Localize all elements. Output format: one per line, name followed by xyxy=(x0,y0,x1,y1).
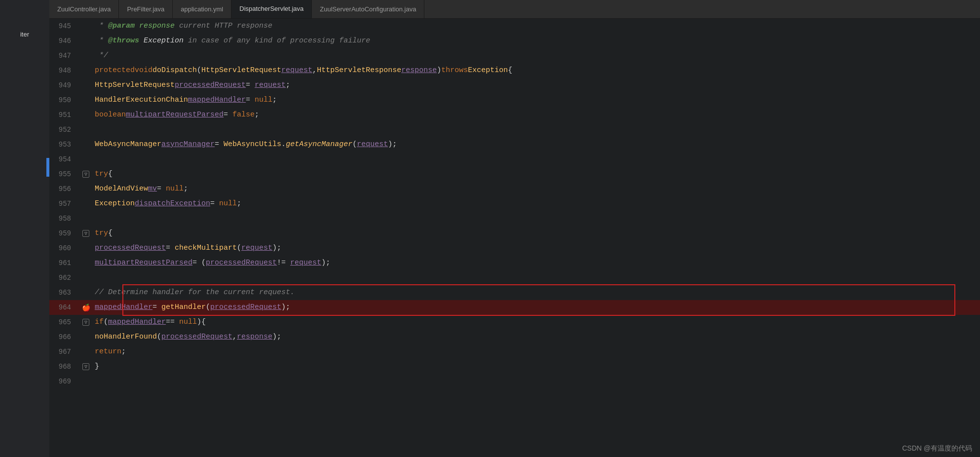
code-line-945: 945 * @param response current HTTP respo… xyxy=(49,19,980,34)
code-line-954: 954 xyxy=(49,152,980,167)
code-line-948: 948 protected void doDispatch(HttpServle… xyxy=(49,63,980,78)
line-number-955: 955 xyxy=(49,167,79,182)
sidebar: iter xyxy=(0,0,49,457)
line-number-969: 969 xyxy=(49,374,79,389)
line-number-946: 946 xyxy=(49,34,79,48)
fold-icon[interactable]: ▽ xyxy=(82,363,89,370)
code-line-947: 947 */ xyxy=(49,48,980,63)
line-number-948: 948 xyxy=(49,63,79,78)
line-number-950: 950 xyxy=(49,93,79,108)
line-content-946: * @throws Exception in case of any kind … xyxy=(93,34,980,48)
line-number-959: 959 xyxy=(49,226,79,241)
line-content-966: noHandlerFound(processedRequest, respons… xyxy=(93,330,980,344)
line-gutter-966 xyxy=(79,330,93,344)
line-gutter-952 xyxy=(79,122,93,137)
sidebar-label: iter xyxy=(0,29,49,40)
line-content-956: ModelAndView mv = null; xyxy=(93,182,980,196)
line-number-968: 968 xyxy=(49,359,79,374)
line-gutter-947 xyxy=(79,48,93,63)
fold-icon[interactable]: ▽ xyxy=(82,319,89,326)
tabs-bar: ZuulController.javaPreFilter.javaapplica… xyxy=(49,0,980,19)
code-area: 945 * @param response current HTTP respo… xyxy=(49,19,980,457)
line-gutter-959[interactable]: ▽ xyxy=(79,226,93,241)
line-number-949: 949 xyxy=(49,78,79,93)
tab-4[interactable]: ZuulServerAutoConfiguration.java xyxy=(312,0,424,18)
line-content-961: multipartRequestParsed = (processedReque… xyxy=(93,256,980,270)
code-line-949: 949 HttpServletRequest processedRequest … xyxy=(49,78,980,93)
code-line-955: 955▽ try { xyxy=(49,167,980,182)
code-line-959: 959▽ try { xyxy=(49,226,980,241)
line-content-948: protected void doDispatch(HttpServletReq… xyxy=(93,63,980,78)
watermark: CSDN @有温度的代码 xyxy=(902,444,972,453)
line-content-950: HandlerExecutionChain mappedHandler = nu… xyxy=(93,93,980,108)
code-line-953: 953 WebAsyncManager asyncManager = WebAs… xyxy=(49,137,980,152)
line-gutter-954 xyxy=(79,152,93,167)
code-line-962: 962 xyxy=(49,270,980,285)
line-number-964: 964 xyxy=(49,300,79,315)
line-gutter-969 xyxy=(79,374,93,389)
line-content-951: boolean multipartRequestParsed = false; xyxy=(93,108,980,122)
code-line-957: 957 Exception dispatchException = null; xyxy=(49,196,980,211)
code-line-964: 964🍎 mappedHandler = getHandler(processe… xyxy=(49,300,980,315)
line-number-960: 960 xyxy=(49,241,79,256)
code-line-950: 950 HandlerExecutionChain mappedHandler … xyxy=(49,93,980,108)
line-number-966: 966 xyxy=(49,330,79,344)
line-gutter-953 xyxy=(79,137,93,152)
line-number-958: 958 xyxy=(49,211,79,226)
code-line-960: 960 processedRequest = checkMultipart(re… xyxy=(49,241,980,256)
line-number-945: 945 xyxy=(49,19,79,34)
line-gutter-951 xyxy=(79,108,93,122)
line-number-963: 963 xyxy=(49,285,79,300)
line-content-945: * @param response current HTTP response xyxy=(93,19,980,34)
line-gutter-964[interactable]: 🍎 xyxy=(79,300,93,315)
line-content-958 xyxy=(93,211,980,226)
tab-3[interactable]: DispatcherServlet.java xyxy=(231,0,312,18)
fold-icon[interactable]: ▽ xyxy=(82,230,89,237)
code-line-946: 946 * @throws Exception in case of any k… xyxy=(49,34,980,48)
line-gutter-968[interactable]: ▽ xyxy=(79,359,93,374)
line-content-960: processedRequest = checkMultipart(reques… xyxy=(93,241,980,256)
tab-2[interactable]: application.yml xyxy=(173,0,231,18)
line-gutter-956 xyxy=(79,182,93,196)
line-gutter-955[interactable]: ▽ xyxy=(79,167,93,182)
line-content-952 xyxy=(93,122,980,137)
line-number-954: 954 xyxy=(49,152,79,167)
line-number-952: 952 xyxy=(49,122,79,137)
line-gutter-962 xyxy=(79,270,93,285)
line-number-961: 961 xyxy=(49,256,79,270)
line-number-956: 956 xyxy=(49,182,79,196)
fold-icon[interactable]: ▽ xyxy=(82,171,89,178)
line-content-969 xyxy=(93,374,980,389)
line-content-964: mappedHandler = getHandler(processedRequ… xyxy=(93,300,980,315)
code-line-968: 968▽ } xyxy=(49,359,980,374)
code-line-958: 958 xyxy=(49,211,980,226)
line-gutter-965[interactable]: ▽ xyxy=(79,315,93,330)
breakpoint-icon[interactable]: 🍎 xyxy=(82,304,90,311)
line-gutter-946 xyxy=(79,34,93,48)
line-gutter-961 xyxy=(79,256,93,270)
code-line-966: 966 noHandlerFound(processedRequest, res… xyxy=(49,330,980,344)
line-number-965: 965 xyxy=(49,315,79,330)
line-content-947: */ xyxy=(93,48,980,63)
code-line-963: 963 // Determine handler for the current… xyxy=(49,285,980,300)
line-gutter-949 xyxy=(79,78,93,93)
line-content-955: try { xyxy=(93,167,980,182)
tab-0[interactable]: ZuulController.java xyxy=(49,0,119,18)
line-gutter-963 xyxy=(79,285,93,300)
line-number-967: 967 xyxy=(49,344,79,359)
line-gutter-967 xyxy=(79,344,93,359)
line-number-953: 953 xyxy=(49,137,79,152)
tab-1[interactable]: PreFilter.java xyxy=(119,0,173,18)
code-line-956: 956 ModelAndView mv = null; xyxy=(49,182,980,196)
code-line-965: 965▽ if (mappedHandler == null) { xyxy=(49,315,980,330)
code-line-951: 951 boolean multipartRequestParsed = fal… xyxy=(49,108,980,122)
line-number-947: 947 xyxy=(49,48,79,63)
code-line-969: 969 xyxy=(49,374,980,389)
line-content-954 xyxy=(93,152,980,167)
line-number-957: 957 xyxy=(49,196,79,211)
line-number-962: 962 xyxy=(49,270,79,285)
line-gutter-948 xyxy=(79,63,93,78)
line-gutter-945 xyxy=(79,19,93,34)
code-line-952: 952 xyxy=(49,122,980,137)
line-content-965: if (mappedHandler == null) { xyxy=(93,315,980,330)
